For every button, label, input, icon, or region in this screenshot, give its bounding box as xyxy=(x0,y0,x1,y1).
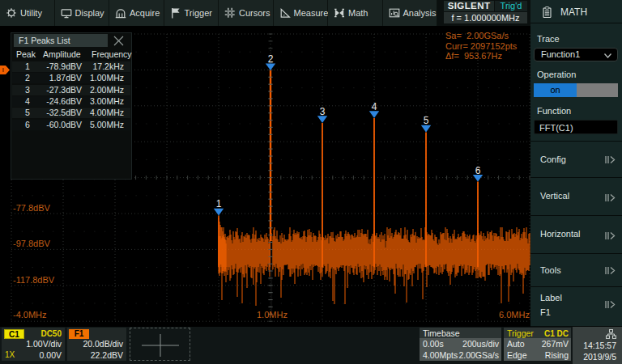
svg-text:5: 5 xyxy=(424,115,429,126)
svg-text:3: 3 xyxy=(320,106,326,117)
svg-text:1: 1 xyxy=(216,198,222,210)
svg-text:6: 6 xyxy=(475,165,481,176)
svg-text:2: 2 xyxy=(268,53,274,65)
svg-text:4: 4 xyxy=(372,101,377,112)
